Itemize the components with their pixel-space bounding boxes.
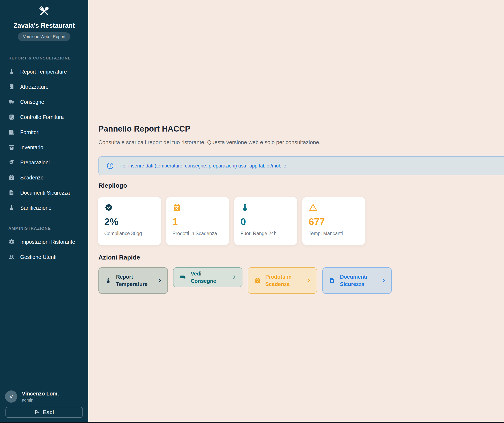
sidebar-item-preparazioni[interactable]: Preparazioni: [0, 155, 88, 170]
sidebar-item-controllo-fornitura[interactable]: Controllo Fornitura: [0, 110, 88, 125]
sidebar-divider: [0, 49, 88, 49]
quick-action-label: Report Temperature: [116, 273, 152, 288]
logout-button[interactable]: Esci: [6, 407, 83, 418]
summary-cards: 2% Compliance 30gg 1 Prodotti in Scadenz…: [98, 197, 366, 245]
sidebar-item-impostazioni-ristorante[interactable]: Impostazioni Ristorante: [0, 234, 88, 249]
summary-card-temp-mancanti: 677 Temp. Mancanti: [302, 197, 366, 245]
sidebar: Zavala's Restaurant Versione Web - Repor…: [0, 0, 88, 423]
cleaning-brush-icon: [8, 205, 15, 211]
gear-icon: [8, 239, 15, 245]
user-name: Vincenzo Lom.: [22, 390, 59, 397]
sidebar-item-inventario[interactable]: Inventario: [0, 140, 88, 155]
quick-action-vedi-consegne[interactable]: Vedi Consegne: [173, 267, 242, 287]
truck-icon: [180, 274, 186, 281]
quick-action-prodotti-scadenza[interactable]: Prodotti in Scadenza: [248, 267, 317, 294]
user-role: admin: [22, 398, 59, 403]
quick-action-documenti-sicurezza[interactable]: Documenti Sicurezza: [322, 267, 392, 294]
quick-action-label: Vedi Consegne: [191, 270, 227, 285]
sidebar-nav-admin: AMMINISTRAZIONE Impostazioni Ristorante …: [0, 226, 88, 264]
quick-action-label: Prodotti in Scadenza: [265, 273, 301, 288]
sidebar-item-label: Inventario: [20, 144, 43, 150]
sidebar-item-sanificazione[interactable]: Sanificazione: [0, 200, 88, 215]
summary-card-fuori-range: 0 Fuori Range 24h: [234, 197, 297, 245]
sidebar-item-label: Report Temperature: [20, 69, 67, 75]
sidebar-item-consegne[interactable]: Consegne: [0, 94, 88, 110]
thermometer-icon: [8, 69, 15, 75]
sidebar-item-documenti-sicurezza[interactable]: Documenti Sicurezza: [0, 185, 88, 200]
chevron-right-icon: [381, 278, 386, 283]
logout-icon: [34, 410, 40, 415]
sidebar-item-label: Controllo Fornitura: [20, 114, 64, 120]
info-icon: [106, 162, 114, 170]
window-bottom-edge: [0, 422, 504, 423]
restaurant-name: Zavala's Restaurant: [0, 22, 88, 29]
calendar-x-icon: [254, 277, 261, 284]
info-banner-text: Per inserire dati (temperature, consegne…: [120, 163, 288, 169]
summary-card-prodotti-scadenza: 1 Prodotti in Scadenza: [166, 197, 229, 245]
sidebar-item-gestione-utenti[interactable]: Gestione Utenti: [0, 249, 88, 264]
restaurant-logo-icon: [38, 5, 51, 18]
summary-heading: Riepilogo: [98, 182, 127, 189]
building-icon: [8, 129, 15, 135]
badge-check-icon: [104, 203, 113, 212]
section-label-report: REPORT & CONSULTAZIONE: [0, 56, 88, 60]
calendar-x-icon: [8, 174, 15, 181]
summary-card-value: 677: [309, 217, 359, 227]
quick-actions-heading: Azioni Rapide: [98, 254, 140, 261]
ladle-icon: [8, 159, 15, 166]
calendar-x-icon: [172, 203, 181, 212]
avatar: V: [5, 390, 17, 403]
sidebar-item-label: Attrezzature: [20, 84, 48, 90]
chevron-right-icon: [232, 275, 237, 280]
chevron-right-icon: [306, 278, 312, 283]
summary-card-value: 0: [240, 217, 291, 227]
sidebar-item-label: Documenti Sicurezza: [20, 190, 70, 196]
document-icon: [8, 189, 15, 196]
sidebar-item-label: Sanificazione: [20, 205, 52, 211]
summary-card-value: 1: [172, 217, 223, 227]
truck-icon: [8, 99, 15, 105]
sidebar-item-label: Scadenze: [20, 175, 43, 181]
page-subtitle: Consulta e scarica i report del tuo rist…: [98, 139, 320, 146]
quick-action-label: Documenti Sicurezza: [340, 273, 376, 288]
logout-label: Esci: [43, 409, 54, 416]
version-badge: Versione Web - Report: [18, 32, 70, 41]
summary-card-label: Fuori Range 24h: [240, 231, 291, 236]
summary-card-label: Prodotti in Scadenza: [172, 231, 223, 236]
sidebar-item-fornitori[interactable]: Fornitori: [0, 125, 88, 140]
checklist-icon: [8, 114, 15, 120]
sidebar-item-label: Fornitori: [20, 129, 40, 135]
summary-card-label: Temp. Mancanti: [309, 231, 359, 236]
fridge-icon: [8, 84, 15, 90]
quick-actions-row: Report Temperature Vedi Consegne Prodo: [98, 267, 392, 294]
thermometer-icon: [105, 277, 111, 284]
summary-card-compliance: 2% Compliance 30gg: [98, 197, 161, 245]
sidebar-item-scadenze[interactable]: Scadenze: [0, 170, 88, 185]
archive-box-icon: [8, 144, 15, 150]
sidebar-item-label: Gestione Utenti: [20, 254, 56, 260]
sidebar-item-label: Consegne: [20, 99, 44, 105]
summary-card-value: 2%: [104, 217, 155, 227]
chevron-right-icon: [157, 278, 162, 283]
warning-triangle-icon: [309, 203, 318, 212]
sidebar-item-report-temperature[interactable]: Report Temperature: [0, 64, 88, 79]
section-label-admin: AMMINISTRAZIONE: [0, 226, 88, 231]
sidebar-nav-report: REPORT & CONSULTAZIONE Report Temperatur…: [0, 56, 88, 215]
thermometer-icon: [240, 203, 249, 212]
sidebar-item-label: Impostazioni Ristorante: [20, 239, 75, 245]
page-title: Pannello Report HACCP: [98, 124, 190, 133]
info-banner: Per inserire dati (temperature, consegne…: [98, 156, 504, 175]
users-icon: [8, 254, 15, 260]
sidebar-item-attrezzature[interactable]: Attrezzature: [0, 79, 88, 94]
sidebar-item-label: Preparazioni: [20, 159, 50, 166]
document-icon: [329, 277, 335, 284]
user-box: V Vincenzo Lom. admin: [5, 390, 59, 403]
app-root: Zavala's Restaurant Versione Web - Repor…: [0, 0, 504, 423]
summary-card-label: Compliance 30gg: [104, 231, 155, 236]
quick-action-report-temperature[interactable]: Report Temperature: [98, 267, 168, 294]
